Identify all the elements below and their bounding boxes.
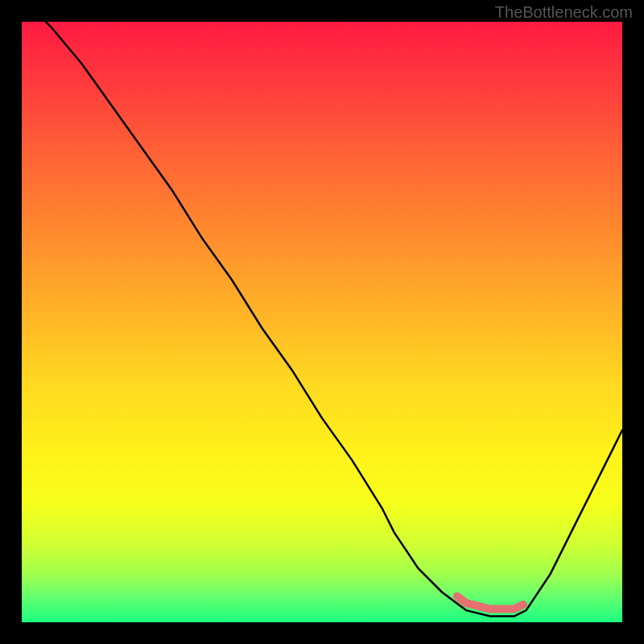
chart-svg [22, 22, 622, 622]
highlight-band [457, 597, 523, 609]
watermark-text: TheBottleneck.com [495, 3, 633, 22]
bottleneck-curve [22, 22, 622, 616]
plot-area [22, 22, 622, 622]
